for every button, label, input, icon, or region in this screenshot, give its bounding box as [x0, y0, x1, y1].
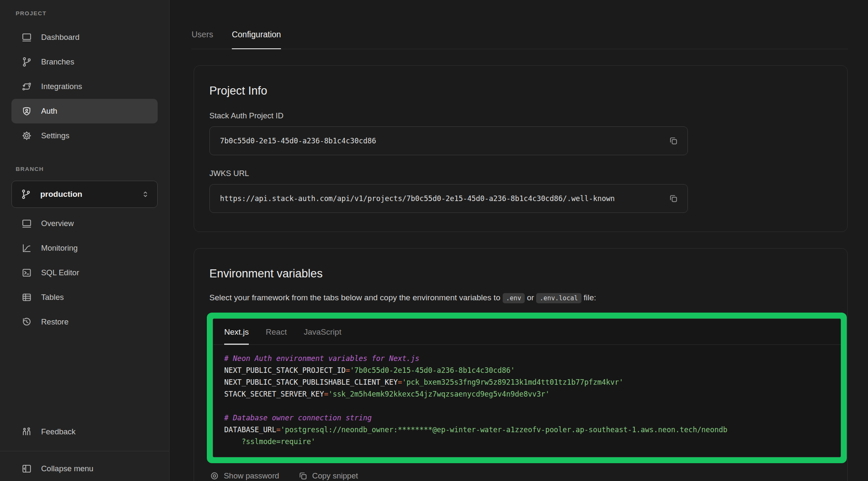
- environment-variables-title: Environment variables: [209, 267, 832, 280]
- sidebar-item-label: Branches: [41, 57, 74, 67]
- main-content: Users Configuration Project Info Stack A…: [170, 0, 868, 481]
- sidebar-item-auth[interactable]: Auth: [11, 99, 158, 123]
- code-string: 'pck_bxem325s3fng9rw5z89213k1md4tt01tz1b…: [402, 378, 623, 386]
- branch-selector[interactable]: production: [11, 181, 158, 208]
- eye-icon: [209, 471, 220, 481]
- history-clock-icon: [21, 316, 32, 327]
- sidebar-spacer: [11, 334, 158, 419]
- collapse-panel-icon: [21, 463, 32, 474]
- sidebar-item-overview[interactable]: Overview: [11, 211, 158, 236]
- branch-icon: [21, 56, 32, 67]
- code-string: 'postgresql://neondb_owner:********@ep-w…: [224, 425, 727, 446]
- code-key: NEXT_PUBLIC_STACK_PUBLISHABLE_CLIENT_KEY: [224, 378, 398, 386]
- description-text: Select your framework from the tabs belo…: [209, 293, 503, 302]
- sidebar-item-label: Tables: [41, 293, 64, 302]
- code-operator: =: [346, 366, 350, 375]
- sidebar-item-dashboard[interactable]: Dashboard: [11, 25, 158, 50]
- sidebar-item-collapse-menu[interactable]: Collapse menu: [11, 456, 158, 481]
- sidebar-item-label: Dashboard: [41, 33, 80, 42]
- tab-react[interactable]: React: [266, 327, 287, 344]
- project-info-card: Project Info Stack Auth Project ID 7b0c5…: [194, 65, 848, 232]
- sidebar-item-label: Overview: [41, 219, 74, 228]
- branch-section-label: BRANCH: [11, 166, 158, 172]
- sidebar-item-label: Auth: [41, 106, 57, 116]
- environment-variables-description: Select your framework from the tabs belo…: [209, 293, 832, 302]
- copy-snippet-button[interactable]: Copy snippet: [298, 471, 358, 481]
- sidebar-item-tables[interactable]: Tables: [11, 285, 158, 310]
- sidebar-item-sql-editor[interactable]: SQL Editor: [11, 260, 158, 285]
- project-id-label: Stack Auth Project ID: [209, 111, 832, 120]
- terminal-icon: [21, 267, 32, 278]
- page-tabs: Users Configuration: [192, 30, 848, 49]
- sidebar-divider: [0, 451, 169, 451]
- monitoring-chart-icon: [21, 243, 32, 254]
- branch-icon: [20, 189, 31, 200]
- code-string: 'ssk_2m5h4emk92kkexc54jz7wqzsaenycd9eg5v…: [328, 390, 550, 398]
- tab-nextjs[interactable]: Next.js: [224, 327, 249, 344]
- sidebar-item-restore[interactable]: Restore: [11, 310, 158, 334]
- feedback-people-icon: [21, 426, 32, 437]
- code-key: NEXT_PUBLIC_STACK_PROJECT_ID: [224, 366, 346, 375]
- code-string: '7b0c55d0-2e15-45d0-a236-8b1c4c30cd86': [350, 366, 515, 375]
- sidebar-item-label: Integrations: [41, 82, 82, 91]
- show-password-label: Show password: [224, 471, 279, 481]
- sidebar: PROJECT Dashboard Branches Integrations: [0, 0, 170, 481]
- tab-users[interactable]: Users: [192, 30, 213, 49]
- sidebar-item-settings[interactable]: Settings: [11, 123, 158, 148]
- project-id-value: 7b0c55d0-2e15-45d0-a236-8b1c4c30cd86: [220, 137, 616, 145]
- description-text: file:: [581, 293, 596, 302]
- code-blank-line: [224, 400, 829, 412]
- env-local-file-chip: .env.local: [536, 293, 581, 303]
- table-icon: [21, 292, 32, 303]
- sidebar-item-label: Settings: [41, 131, 70, 140]
- show-password-button[interactable]: Show password: [209, 471, 279, 481]
- sidebar-item-monitoring[interactable]: Monitoring: [11, 236, 158, 260]
- tab-javascript[interactable]: JavaScript: [304, 327, 342, 344]
- copy-icon: [668, 136, 679, 146]
- code-comment: # Neon Auth environment variables for Ne…: [224, 354, 420, 363]
- highlight-box: Next.js React JavaScript # Neon Auth env…: [207, 313, 847, 463]
- copy-jwks-url-button[interactable]: [667, 192, 680, 205]
- framework-tabs: Next.js React JavaScript: [213, 319, 840, 345]
- sidebar-item-label: Monitoring: [41, 243, 78, 253]
- snippet-actions: Show password Copy snippet: [209, 471, 832, 481]
- copy-snippet-label: Copy snippet: [312, 471, 358, 481]
- auth-shield-icon: [21, 106, 32, 117]
- description-text: or: [525, 293, 536, 302]
- code-operator: =: [398, 378, 402, 386]
- jwks-url-label: JWKS URL: [209, 169, 832, 178]
- project-nav: Dashboard Branches Integrations Auth: [11, 25, 158, 148]
- code-operator: =: [324, 390, 328, 398]
- project-info-title: Project Info: [209, 84, 832, 98]
- gear-icon: [21, 130, 32, 141]
- project-id-field: 7b0c55d0-2e15-45d0-a236-8b1c4c30cd86: [209, 126, 688, 155]
- chevron-updown-icon: [140, 189, 150, 199]
- sidebar-item-label: Restore: [41, 317, 69, 327]
- env-file-chip: .env: [503, 293, 525, 303]
- sidebar-item-integrations[interactable]: Integrations: [11, 74, 158, 99]
- copy-icon: [668, 193, 679, 204]
- sidebar-item-feedback[interactable]: Feedback: [11, 419, 158, 444]
- sidebar-item-label: SQL Editor: [41, 268, 79, 277]
- project-section-label: PROJECT: [11, 10, 158, 17]
- integrations-icon: [21, 81, 32, 92]
- branch-nav: Overview Monitoring SQL Editor Tables: [11, 211, 158, 334]
- branch-selector-value: production: [40, 190, 140, 199]
- code-snippet-panel: Next.js React JavaScript # Neon Auth env…: [213, 319, 841, 457]
- code-operator: =: [276, 425, 281, 434]
- environment-variables-card: Environment variables Select your framew…: [194, 248, 848, 481]
- sidebar-item-branches[interactable]: Branches: [11, 50, 158, 74]
- dashboard-icon: [21, 32, 32, 43]
- tab-configuration[interactable]: Configuration: [232, 30, 281, 49]
- copy-project-id-button[interactable]: [667, 134, 680, 147]
- jwks-url-field: https://api.stack-auth.com/api/v1/projec…: [209, 184, 688, 213]
- app-window: PROJECT Dashboard Branches Integrations: [0, 0, 868, 481]
- overview-icon: [21, 218, 32, 229]
- code-comment: # Database owner connection string: [224, 414, 372, 422]
- code-key: DATABASE_URL: [224, 425, 276, 434]
- code-key: STACK_SECRET_SERVER_KEY: [224, 390, 324, 398]
- code-block: # Neon Auth environment variables for Ne…: [213, 345, 840, 457]
- sidebar-item-label: Collapse menu: [41, 464, 93, 473]
- copy-icon: [298, 471, 308, 481]
- jwks-url-value: https://api.stack-auth.com/api/v1/projec…: [220, 194, 616, 203]
